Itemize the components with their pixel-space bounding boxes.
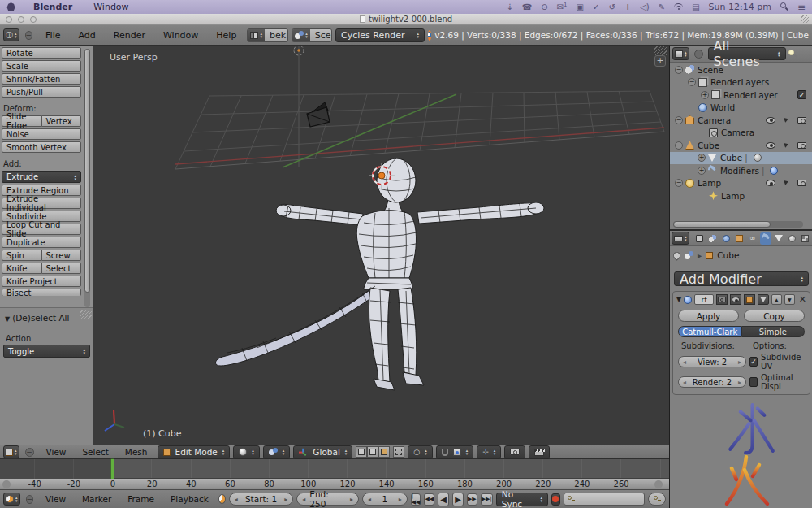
face-select-button[interactable] [378,446,390,458]
current-frame-playhead[interactable] [111,459,114,479]
file-menu[interactable]: File [38,30,67,41]
apple-menu-icon[interactable] [6,2,15,12]
optimal-display-checkbox[interactable] [749,377,758,387]
knife-button[interactable]: Knife [2,263,42,274]
tab-world[interactable] [720,232,732,245]
lamp-object[interactable] [294,46,304,167]
select-menu[interactable]: Select [76,447,114,457]
pencil-icon[interactable]: ✎ [659,3,665,11]
shrink-fatten-button[interactable]: Shrink/Fatten [2,73,81,85]
modifier-name-field[interactable]: rf [694,294,714,305]
add-modifier-dropdown[interactable]: Add Modifier▴▾ [674,271,809,286]
modifier-expand-icon[interactable]: ▼ [676,297,681,303]
app-menu[interactable]: Blender [33,2,72,12]
phone-icon[interactable]: ☎ [522,3,532,11]
renderability-camera-icon[interactable] [797,142,806,149]
scene-selector[interactable]: ▴▾ Scene + ✕ [292,28,332,42]
modifier-move-up-button[interactable]: ▲ [771,294,782,305]
visibility-eye-icon[interactable] [766,180,775,186]
snap-target-dropdown[interactable]: ⊹▴▾ [477,445,501,459]
loop-cut-button[interactable]: Loop Cut and Slide [2,224,81,235]
menubar-clock[interactable]: Sun 12:14 pm [709,2,771,12]
expander-icon[interactable]: − [675,141,683,150]
resize-grip-icon[interactable] [801,15,809,23]
outliner-row-renderlayer[interactable]: +RenderLayer✓ [670,89,812,102]
scrollbar-cap-left[interactable] [2,480,11,488]
limit-to-visible-button[interactable] [393,446,404,458]
rotate-button[interactable]: Rotate [2,47,81,59]
editor-type-button-3dview[interactable]: ▴▾ [3,445,19,458]
tab-modifiers[interactable] [760,232,771,245]
auto-keyframe-record-button[interactable] [551,493,560,506]
breadcrumb-object-name[interactable]: Cube [717,250,739,260]
calendar-icon[interactable]: ▤ [692,3,699,11]
move-icon[interactable]: ✛ [624,3,631,11]
outliner-row-lamp-object[interactable]: −Lamp [670,177,812,190]
knife-project-button[interactable]: Knife Project [2,276,81,287]
outliner-row-camera-data[interactable]: Camera [670,127,812,140]
timeline-playback-menu[interactable]: Playback [164,494,215,504]
selectability-cursor-icon[interactable] [784,116,789,122]
modifier-delete-button[interactable]: ✕ [799,295,806,304]
editor-type-button-properties[interactable]: ▴▾ [672,232,689,245]
tab-material[interactable] [786,232,797,245]
start-frame-field[interactable]: ◂Start: 1▸ [229,493,293,506]
sync-dropdown[interactable]: No Sync▴▾ [496,493,548,506]
insert-keyframe-button[interactable] [648,493,666,506]
expander-icon[interactable]: − [688,78,696,86]
extrude-individual-button[interactable]: Extrude Individual [2,198,81,209]
tab-data[interactable] [773,232,784,245]
selectability-cursor-icon[interactable] [784,141,789,147]
outliner-horizontal-scrollbar[interactable] [673,221,803,228]
vertex-select-button[interactable] [356,446,367,458]
spotlight-icon[interactable] [780,2,788,11]
catmull-clark-button[interactable]: Catmull-Clark [678,326,742,337]
window-menu-blender[interactable]: Window [156,30,205,41]
bisect-button[interactable]: Bisect [2,289,81,296]
current-frame-field[interactable]: ◂1▸ [362,493,408,506]
transform-orientation-dropdown[interactable]: Global▴▾ [293,445,352,459]
tab-texture[interactable] [800,232,811,245]
collapse-menus-icon[interactable]: − [25,31,33,40]
tab-scene[interactable] [707,232,719,245]
next-keyframe-button[interactable]: ▶▶ [467,493,477,506]
simple-button[interactable]: Simple [742,326,806,337]
shield-icon[interactable]: ▣ [577,3,584,11]
open-properties-region-button[interactable]: + [654,55,666,67]
editor-type-button[interactable]: ⓘ▴▾ [3,28,19,41]
expander-icon[interactable]: + [698,154,706,162]
outliner-search-icon[interactable] [788,50,797,59]
collapse-menus-icon-3d[interactable]: − [25,448,34,457]
add-menu[interactable]: Add [71,30,102,41]
action-toggle-dropdown[interactable]: Toggle▴▾ [3,345,90,358]
scrollbar-cap-right[interactable] [654,480,663,488]
material-sphere-icon[interactable] [754,154,762,162]
noise-button[interactable]: Noise [2,128,81,140]
sync-check-icon[interactable]: ✓ [593,3,599,11]
mode-dropdown[interactable]: Edit Mode▴▾ [158,445,231,459]
expander-icon[interactable]: + [701,91,709,99]
copy-button[interactable]: Copy [744,310,805,322]
expander-icon[interactable]: + [698,167,706,175]
viewport-3d[interactable]: User Persp (1) Cube + [93,46,669,445]
messages-icon[interactable]: ✉1 [557,2,568,11]
opengl-render-anim-button[interactable] [529,445,550,459]
timeline-view-menu[interactable]: View [39,494,72,504]
apply-button[interactable]: Apply [678,310,739,322]
render-subdivisions-stepper[interactable]: ◂Render: 2▸ [678,376,746,388]
camera-object[interactable] [307,102,330,127]
tab-object[interactable] [733,232,745,245]
opengl-render-button[interactable] [504,445,525,459]
outliner-row-world[interactable]: World [670,102,812,115]
outliner-row-camera-object[interactable]: −Camera [670,114,812,127]
renderlayer-checkbox[interactable]: ✓ [797,90,806,99]
help-menu[interactable]: Help [209,30,244,41]
download-icon[interactable]: ⇣ [506,3,512,11]
timeline-frame-menu[interactable]: Frame [121,494,161,504]
notification-center-icon[interactable]: ≡ [797,2,806,12]
window-titlebar[interactable]: twilightv2-000.blend [0,14,812,25]
scene-icon[interactable]: ▴▾ [292,29,310,41]
smooth-vertex-button[interactable]: Smooth Vertex [2,141,81,153]
expander-icon[interactable]: − [675,116,683,124]
panel-collapse-icon[interactable]: ▼ [5,315,10,323]
